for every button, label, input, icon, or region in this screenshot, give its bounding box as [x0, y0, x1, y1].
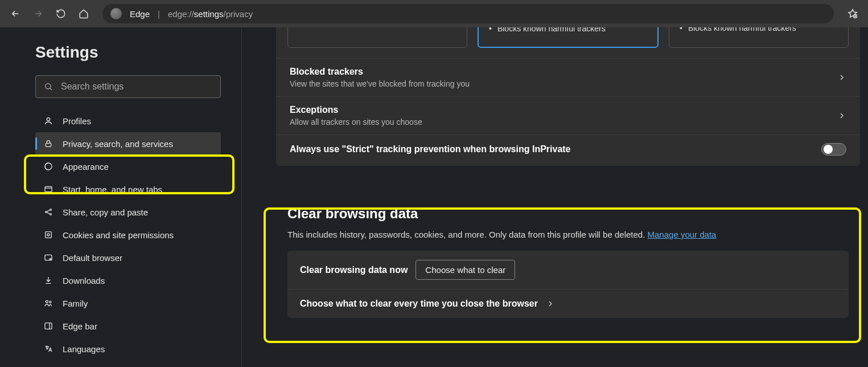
settings-content: Blocks known harmful trackers Blocks kno…: [242, 27, 868, 367]
star-add-icon: [848, 9, 858, 19]
search-icon: [44, 82, 53, 91]
exceptions-row[interactable]: Exceptions Allow all trackers on sites y…: [276, 96, 860, 134]
language-icon: [43, 344, 54, 354]
svg-rect-3: [46, 143, 51, 146]
sidebar-item-edgebar[interactable]: Edge bar: [35, 315, 221, 337]
sidebar-item-label: Start, home, and new tabs: [63, 185, 162, 194]
sidebar-item-label: Family: [63, 299, 88, 308]
sidebar-item-label: Languages: [63, 344, 105, 354]
chevron-right-icon: [837, 111, 846, 120]
download-icon: [43, 275, 54, 286]
strict-inprivate-row: Always use "Strict" tracking prevention …: [276, 134, 860, 164]
appearance-icon: [43, 161, 54, 172]
lock-icon: [43, 138, 54, 149]
tracking-prevention-card: Blocks known harmful trackers Blocks kno…: [276, 27, 860, 166]
sidebar-panel-icon: [43, 321, 54, 331]
chevron-right-icon: [837, 73, 846, 82]
manage-your-data-link[interactable]: Manage your data: [648, 230, 717, 239]
sidebar-item-default-browser[interactable]: Default browser: [35, 246, 221, 269]
arrow-right-icon: [33, 9, 43, 19]
address-url: edge://settings/privacy: [168, 9, 253, 19]
sidebar-item-label: Appearance: [63, 162, 109, 172]
action-row-label: Clear browsing data now: [300, 265, 408, 275]
back-button[interactable]: [6, 4, 25, 23]
profile-icon: [43, 116, 54, 126]
setting-title: Exceptions: [290, 105, 830, 115]
svg-point-14: [50, 301, 51, 303]
svg-point-2: [47, 118, 50, 121]
sidebar-item-label: Cookies and site permissions: [63, 230, 174, 240]
edge-logo-icon: [110, 8, 122, 19]
address-separator: |: [158, 9, 160, 19]
sidebar-item-start[interactable]: Start, home, and new tabs: [35, 178, 221, 201]
sidebar-item-languages[interactable]: Languages: [35, 337, 221, 360]
sidebar-item-appearance[interactable]: Appearance: [35, 155, 221, 178]
setting-title: Blocked trackers: [290, 67, 830, 77]
clear-browsing-card: Clear browsing data now Choose what to c…: [287, 251, 849, 318]
page-title: Settings: [35, 43, 221, 62]
browser-toolbar: Edge | edge://settings/privacy: [0, 0, 868, 27]
section-description: This includes history, passwords, cookie…: [287, 230, 849, 251]
svg-point-7: [50, 209, 52, 211]
share-icon: [43, 207, 54, 217]
sidebar-item-cookies[interactable]: Cookies and site permissions: [35, 223, 221, 246]
family-icon: [43, 298, 54, 308]
settings-sidebar: Settings Search settings Profiles Privac…: [0, 27, 242, 367]
tracking-card-basic[interactable]: [287, 27, 467, 48]
setting-title: Always use "Strict" tracking prevention …: [290, 144, 814, 154]
tracking-card-bullet: Blocks known harmful trackers: [677, 27, 840, 32]
blocked-trackers-row[interactable]: Blocked trackers View the sites that we'…: [276, 58, 860, 96]
svg-point-8: [50, 214, 52, 215]
cookie-icon: [43, 230, 54, 240]
sidebar-item-label: Downloads: [63, 276, 105, 286]
svg-point-1: [46, 84, 51, 89]
sidebar-item-label: Profiles: [63, 116, 91, 126]
action-row-label: Choose what to clear every time you clos…: [300, 299, 538, 309]
svg-rect-9: [46, 232, 52, 238]
sidebar-item-share[interactable]: Share, copy and paste: [35, 201, 221, 223]
chevron-right-icon: [546, 299, 555, 308]
clear-now-row: Clear browsing data now Choose what to c…: [287, 251, 849, 289]
sidebar-item-family[interactable]: Family: [35, 292, 221, 315]
sidebar-nav: Profiles Privacy, search, and services A…: [35, 109, 221, 360]
section-title: Clear browsing data: [287, 206, 849, 230]
sidebar-item-label: Privacy, search, and services: [63, 139, 173, 149]
home-icon: [79, 9, 89, 19]
refresh-icon: [56, 9, 66, 19]
clear-on-close-row[interactable]: Choose what to clear every time you clos…: [287, 289, 849, 318]
sidebar-item-label: Default browser: [63, 253, 122, 263]
address-product: Edge: [130, 9, 150, 19]
home-button[interactable]: [74, 4, 93, 23]
arrow-left-icon: [10, 9, 20, 19]
tracking-card-strict[interactable]: Blocks known harmful trackers: [669, 27, 849, 48]
clear-browsing-section: Clear browsing data This includes histor…: [276, 191, 860, 324]
strict-inprivate-toggle[interactable]: [821, 143, 846, 156]
setting-subtitle: Allow all trackers on sites you choose: [290, 117, 830, 127]
tracking-card-bullet: Blocks known harmful trackers: [487, 27, 649, 33]
sidebar-item-profiles[interactable]: Profiles: [35, 109, 221, 132]
svg-rect-5: [45, 186, 52, 191]
svg-point-13: [46, 300, 48, 303]
svg-rect-15: [45, 323, 52, 329]
browser-icon: [43, 252, 54, 263]
sidebar-item-label: Edge bar: [63, 321, 97, 331]
svg-point-10: [47, 234, 50, 236]
choose-what-to-clear-button[interactable]: Choose what to clear: [416, 260, 515, 280]
sidebar-item-label: Share, copy and paste: [63, 207, 148, 217]
sidebar-item-downloads[interactable]: Downloads: [35, 269, 221, 292]
address-bar[interactable]: Edge | edge://settings/privacy: [102, 4, 834, 23]
tracking-card-balanced[interactable]: Blocks known harmful trackers: [478, 27, 659, 48]
svg-point-12: [50, 258, 51, 260]
refresh-button[interactable]: [51, 4, 71, 23]
forward-button[interactable]: [28, 4, 48, 23]
setting-subtitle: View the sites that we've blocked from t…: [290, 79, 830, 88]
sidebar-item-privacy[interactable]: Privacy, search, and services: [35, 132, 221, 155]
search-placeholder: Search settings: [61, 81, 124, 92]
svg-point-6: [46, 211, 47, 213]
tabs-icon: [43, 184, 54, 194]
favorite-button[interactable]: [843, 4, 862, 23]
search-input[interactable]: Search settings: [35, 75, 221, 98]
